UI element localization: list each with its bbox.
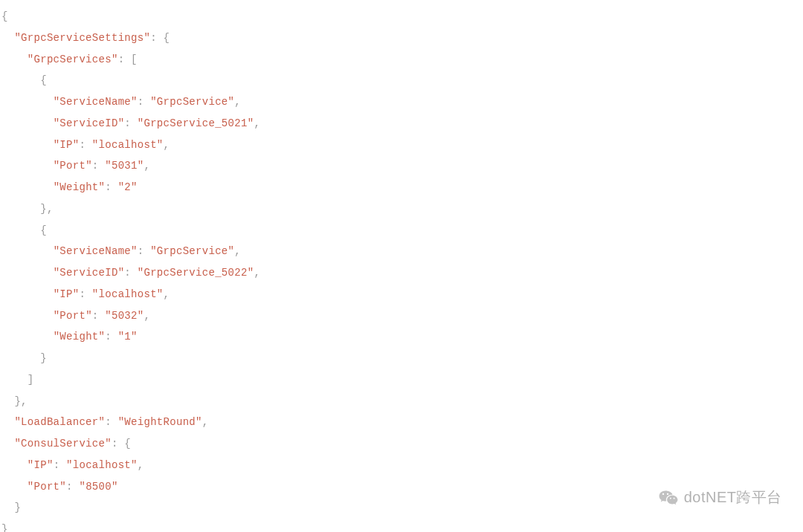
json-punct-token: }, [14,395,27,407]
json-string-token: "GrpcServices" [28,53,118,65]
json-string-token: "GrpcServiceSettings" [14,32,150,44]
code-line: "GrpcServiceSettings": { [1,27,802,49]
json-string-token: "Port" [54,310,92,322]
json-string-token: "GrpcService_5021" [138,117,254,129]
json-string-token: "Weight" [54,181,106,193]
json-string-token: "ServiceName" [54,245,138,257]
watermark-text: dotNET跨平台 [684,487,782,508]
json-punct-token: ] [28,374,34,386]
json-punct-token: , [164,139,170,151]
json-punct-token: : { [150,32,170,44]
json-punct-token: } [14,502,21,513]
code-line: "ServiceName": "GrpcService", [1,241,802,262]
json-string-token: "5032" [105,310,143,322]
json-string-token: "IP" [54,139,80,151]
json-punct-token: : [105,331,117,343]
json-string-token: "ServiceID" [54,267,125,279]
json-punct-token: { [40,224,47,236]
code-line: }, [1,198,802,220]
json-punct-token: } [1,523,8,532]
json-string-token: "GrpcService_5022" [138,267,254,279]
code-line: } [1,519,802,532]
code-line: "LoadBalancer": "WeightRound", [1,412,802,433]
code-line: { [1,70,802,91]
json-punct-token: , [143,160,150,172]
code-line: { [1,220,802,241]
json-string-token: "Port" [28,481,66,493]
code-line: "ServiceName": "GrpcService", [1,91,802,113]
json-punct-token: : [79,288,91,300]
json-punct-token: : { [112,438,131,450]
json-string-token: "2" [118,181,138,193]
code-line: "IP": "localhost", [1,455,802,476]
json-string-token: "IP" [54,288,80,300]
json-punct-token: , [234,96,241,108]
json-punct-token: , [234,245,241,257]
code-line: "Port": "5031", [1,155,802,177]
json-string-token: "ServiceID" [54,117,125,129]
json-punct-token: : [124,117,137,129]
code-line: "ServiceID": "GrpcService_5022", [1,262,802,284]
json-punct-token: : [105,181,117,193]
json-string-token: "ServiceName" [54,96,138,108]
json-string-token: "LoadBalancer" [14,416,105,428]
json-punct-token: : [ [118,53,138,65]
json-punct-token: : [92,310,105,322]
json-string-token: "GrpcService" [150,245,234,257]
json-punct-token: , [202,416,209,428]
json-punct-token: : [124,267,137,279]
json-punct-token: , [254,267,260,279]
json-punct-token: : [138,96,150,108]
code-line: "IP": "localhost", [1,134,802,156]
code-line: "GrpcServices": [ [1,49,802,71]
code-line: "ConsulService": { [1,433,802,455]
json-string-token: "GrpcService" [150,96,234,108]
json-punct-token: , [143,310,150,322]
json-punct-token: : [105,416,117,428]
json-code-block: { "GrpcServiceSettings": { "GrpcServices… [1,6,802,532]
json-punct-token: : [92,160,105,172]
json-string-token: "Weight" [54,331,106,343]
code-line: } [1,348,802,369]
code-line: }, [1,391,802,412]
json-punct-token: } [40,352,47,364]
json-string-token: "ConsulService" [14,438,112,450]
json-string-token: "IP" [28,459,54,471]
json-punct-token: { [40,74,47,86]
json-punct-token: , [164,288,170,300]
json-string-token: "8500" [79,481,117,493]
json-punct-token: : [54,459,66,471]
json-punct-token: , [254,117,260,129]
json-punct-token: : [79,139,91,151]
json-string-token: "WeightRound" [118,416,202,428]
code-line: ] [1,369,802,391]
code-line: "Weight": "2" [1,177,802,198]
code-line: "ServiceID": "GrpcService_5021", [1,113,802,134]
code-line: "IP": "localhost", [1,284,802,305]
code-line: "Port": "5032", [1,305,802,327]
json-punct-token: : [66,481,79,493]
json-string-token: "localhost" [92,288,164,300]
json-punct-token: }, [40,203,53,215]
wechat-icon [659,490,678,506]
json-string-token: "localhost" [92,139,164,151]
json-string-token: "1" [118,331,138,343]
json-string-token: "localhost" [66,459,138,471]
json-string-token: "5031" [105,160,143,172]
json-string-token: "Port" [54,160,92,172]
json-punct-token: { [1,10,8,22]
code-line: "Weight": "1" [1,326,802,348]
watermark: dotNET跨平台 [659,487,782,508]
json-punct-token: , [138,459,144,471]
code-line: { [1,6,802,27]
json-punct-token: : [138,245,150,257]
